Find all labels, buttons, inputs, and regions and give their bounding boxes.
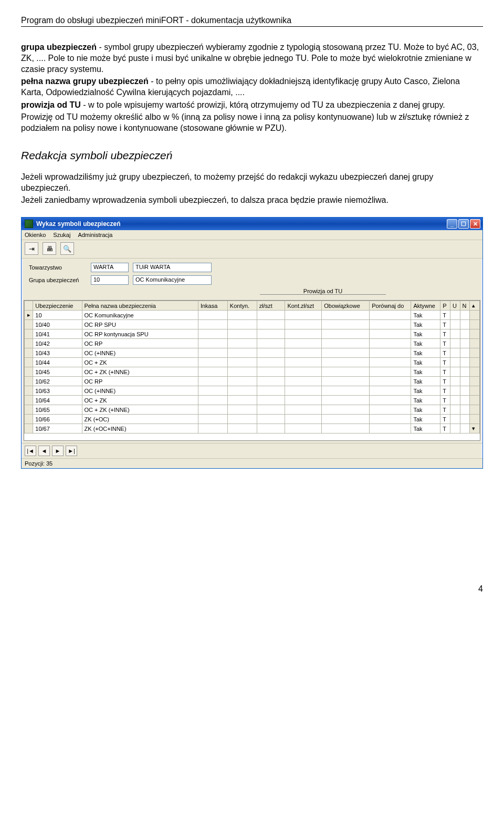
table-row[interactable]: 10/66ZK (+OC)TakT (25, 415, 480, 424)
cell-obow[interactable] (322, 348, 370, 358)
cell-u[interactable] (450, 415, 460, 424)
scroll-track[interactable] (470, 405, 480, 415)
toolbar-btn-find-icon[interactable]: 🔍 (60, 242, 74, 255)
cell-zlszt[interactable] (257, 377, 285, 386)
cell-kontyn[interactable] (227, 320, 257, 329)
toolbar-btn-exit-icon[interactable]: ⇥ (25, 242, 38, 255)
cell-p[interactable]: T (440, 415, 450, 424)
cell-kontyn[interactable] (227, 311, 257, 320)
cell-porow[interactable] (370, 405, 411, 415)
cell-obow[interactable] (322, 339, 370, 348)
scroll-track[interactable] (470, 329, 480, 339)
cell-kontzl[interactable] (285, 405, 322, 415)
cell-ubez[interactable]: 10/62 (33, 377, 82, 386)
cell-kontzl[interactable] (285, 311, 322, 320)
cell-ubez[interactable]: 10/45 (33, 367, 82, 377)
cell-akt[interactable]: Tak (411, 329, 440, 339)
table-row[interactable]: 10/65OC + ZK (+INNE)TakT (25, 405, 480, 415)
hdr-porow[interactable]: Porównaj do (370, 301, 411, 311)
cell-inkasa[interactable] (198, 367, 227, 377)
cell-ubez[interactable]: 10/40 (33, 320, 82, 329)
cell-ubez[interactable]: 10/65 (33, 405, 82, 415)
hdr-zlszt[interactable]: zł/szt (257, 301, 285, 311)
cell-obow[interactable] (322, 405, 370, 415)
cell-n[interactable] (460, 415, 470, 424)
cell-kontzl[interactable] (285, 396, 322, 405)
input-grupa-name[interactable]: OC Komunikacyjne (133, 275, 212, 285)
cell-porow[interactable] (370, 415, 411, 424)
hdr-pelna[interactable]: Pełna nazwa ubezpieczenia (82, 301, 198, 311)
cell-pelna[interactable]: OC RP (82, 339, 198, 348)
nav-last-button[interactable]: ►| (66, 446, 77, 456)
cell-inkasa[interactable] (198, 358, 227, 367)
cell-zlszt[interactable] (257, 348, 285, 358)
cell-p[interactable]: T (440, 377, 450, 386)
cell-pelna[interactable]: OC RP (82, 377, 198, 386)
cell-akt[interactable]: Tak (411, 367, 440, 377)
cell-ubez[interactable]: 10/64 (33, 396, 82, 405)
cell-pelna[interactable]: OC (+INNE) (82, 348, 198, 358)
cell-akt[interactable]: Tak (411, 415, 440, 424)
cell-kontzl[interactable] (285, 377, 322, 386)
cell-ubez[interactable]: 10/63 (33, 386, 82, 396)
cell-p[interactable]: T (440, 424, 450, 434)
cell-kontzl[interactable] (285, 339, 322, 348)
cell-u[interactable] (450, 329, 460, 339)
cell-ubez[interactable]: 10/42 (33, 339, 82, 348)
table-row[interactable]: 10/43OC (+INNE)TakT (25, 348, 480, 358)
input-tw-code[interactable]: WARTA (91, 263, 129, 272)
cell-n[interactable] (460, 320, 470, 329)
cell-porow[interactable] (370, 396, 411, 405)
cell-p[interactable]: T (440, 367, 450, 377)
table-row[interactable]: 10/44OC + ZKTakT (25, 358, 480, 367)
cell-kontzl[interactable] (285, 348, 322, 358)
hdr-obow[interactable]: Obowiązkowe (322, 301, 370, 311)
cell-obow[interactable] (322, 396, 370, 405)
scroll-track[interactable] (470, 358, 480, 367)
cell-obow[interactable] (322, 386, 370, 396)
cell-akt[interactable]: Tak (411, 424, 440, 434)
cell-u[interactable] (450, 367, 460, 377)
titlebar[interactable]: Wykaz symboli ubezpieczeń _ ☐ ✕ (22, 218, 482, 230)
cell-kontzl[interactable] (285, 367, 322, 377)
cell-ubez[interactable]: 10/43 (33, 348, 82, 358)
cell-n[interactable] (460, 311, 470, 320)
menu-administracja[interactable]: Administracja (78, 232, 112, 238)
menu-okienko[interactable]: Okienko (25, 232, 46, 238)
cell-inkasa[interactable] (198, 415, 227, 424)
cell-n[interactable] (460, 377, 470, 386)
cell-inkasa[interactable] (198, 405, 227, 415)
cell-obow[interactable] (322, 320, 370, 329)
scroll-track[interactable] (470, 320, 480, 329)
cell-p[interactable]: T (440, 405, 450, 415)
scroll-track[interactable] (470, 396, 480, 405)
cell-kontzl[interactable] (285, 415, 322, 424)
cell-akt[interactable]: Tak (411, 405, 440, 415)
cell-p[interactable]: T (440, 311, 450, 320)
cell-pelna[interactable]: OC + ZK (+INNE) (82, 405, 198, 415)
cell-pelna[interactable]: OC RP kontynuacja SPU (82, 329, 198, 339)
scroll-track[interactable] (470, 386, 480, 396)
cell-kontzl[interactable] (285, 320, 322, 329)
cell-kontyn[interactable] (227, 415, 257, 424)
cell-zlszt[interactable] (257, 415, 285, 424)
cell-ubez[interactable]: 10/67 (33, 424, 82, 434)
table-row[interactable]: 10/62OC RPTakT (25, 377, 480, 386)
input-tw-name[interactable]: TUiR WARTA (133, 263, 212, 272)
cell-pelna[interactable]: ZK (+OC+INNE) (82, 424, 198, 434)
table-row[interactable]: 10/63OC (+INNE)TakT (25, 386, 480, 396)
cell-kontyn[interactable] (227, 339, 257, 348)
cell-kontyn[interactable] (227, 396, 257, 405)
maximize-button[interactable]: ☐ (458, 219, 469, 229)
cell-n[interactable] (460, 424, 470, 434)
cell-ubez[interactable]: 10 (33, 311, 82, 320)
cell-zlszt[interactable] (257, 424, 285, 434)
cell-kontyn[interactable] (227, 358, 257, 367)
cell-kontzl[interactable] (285, 358, 322, 367)
cell-obow[interactable] (322, 367, 370, 377)
cell-p[interactable]: T (440, 329, 450, 339)
hdr-akt[interactable]: Aktywne (411, 301, 440, 311)
cell-n[interactable] (460, 405, 470, 415)
cell-akt[interactable]: Tak (411, 358, 440, 367)
cell-obow[interactable] (322, 424, 370, 434)
